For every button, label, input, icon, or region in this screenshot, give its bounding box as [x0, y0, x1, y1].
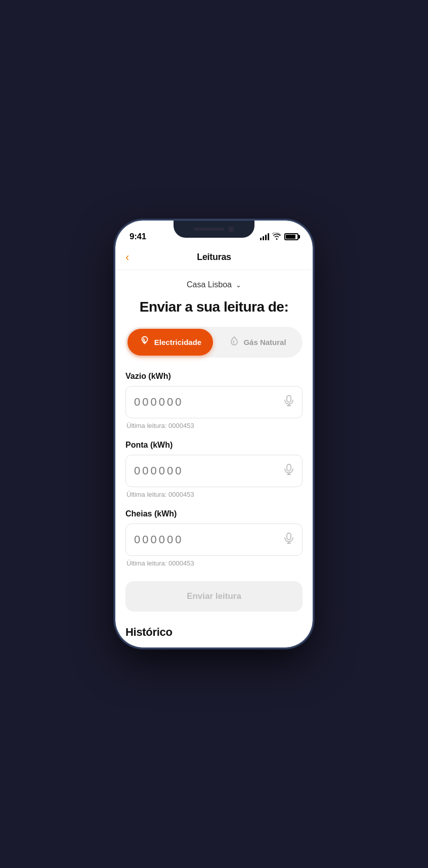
ponta-mic-icon[interactable]: [284, 464, 294, 478]
location-selector[interactable]: Casa Lisboa ⌄: [125, 280, 303, 289]
status-time: 9:41: [130, 232, 146, 242]
historico-title: Histórico: [125, 626, 303, 639]
ponta-input[interactable]: [134, 464, 284, 478]
energy-type-toggle: Electricidade Gás Natural: [125, 327, 303, 358]
svg-rect-4: [287, 464, 291, 471]
header: ‹ Leituras: [115, 246, 313, 270]
submit-button[interactable]: Enviar leitura: [125, 581, 303, 612]
electricity-icon: [139, 335, 150, 349]
gas-icon: [229, 336, 239, 349]
cheias-input-wrapper: [125, 524, 303, 556]
cheias-mic-icon[interactable]: [284, 533, 294, 546]
screen-content[interactable]: ‹ Leituras Casa Lisboa ⌄ Enviar a sua le…: [115, 246, 313, 647]
vazio-input-wrapper: [125, 386, 303, 418]
svg-rect-7: [287, 533, 291, 540]
ponta-label: Ponta (kWh): [125, 441, 303, 450]
camera: [228, 226, 234, 232]
cheias-input[interactable]: [134, 533, 284, 546]
cheias-field-group: Cheias (kWh): [125, 509, 303, 567]
back-button[interactable]: ‹: [125, 252, 129, 263]
chevron-down-icon: ⌄: [236, 281, 241, 289]
speaker: [194, 228, 224, 231]
notch: [174, 221, 254, 238]
cheias-last-reading: Última leitura: 0000453: [125, 559, 303, 567]
fields-container: Vazio (kWh): [125, 372, 303, 567]
signal-icon: [260, 233, 269, 240]
ponta-input-wrapper: [125, 455, 303, 487]
battery-icon: [284, 233, 298, 240]
location-name: Casa Lisboa: [187, 280, 232, 289]
ponta-last-reading: Última leitura: 0000453: [125, 491, 303, 498]
vazio-mic-icon[interactable]: [284, 395, 294, 409]
cheias-label: Cheias (kWh): [125, 509, 303, 518]
gas-tab[interactable]: Gás Natural: [215, 329, 301, 356]
gas-label: Gás Natural: [243, 338, 286, 346]
vazio-input[interactable]: [134, 396, 284, 409]
vazio-last-reading: Última leitura: 0000453: [125, 422, 303, 429]
electricity-label: Electricidade: [154, 338, 201, 346]
header-title: Leituras: [197, 252, 231, 263]
svg-rect-1: [287, 396, 291, 402]
phone-inner: 9:41: [115, 221, 313, 647]
status-icons: [260, 233, 298, 241]
vazio-label: Vazio (kWh): [125, 372, 303, 381]
ponta-field-group: Ponta (kWh): [125, 441, 303, 498]
wifi-icon: [272, 233, 281, 241]
page-title: Enviar a sua leitura de:: [125, 298, 303, 316]
vazio-field-group: Vazio (kWh): [125, 372, 303, 429]
main-content: Casa Lisboa ⌄ Enviar a sua leitura de:: [115, 270, 313, 647]
svg-point-0: [142, 336, 147, 342]
electricity-tab[interactable]: Electricidade: [127, 329, 213, 356]
phone-frame: 9:41: [115, 221, 313, 647]
